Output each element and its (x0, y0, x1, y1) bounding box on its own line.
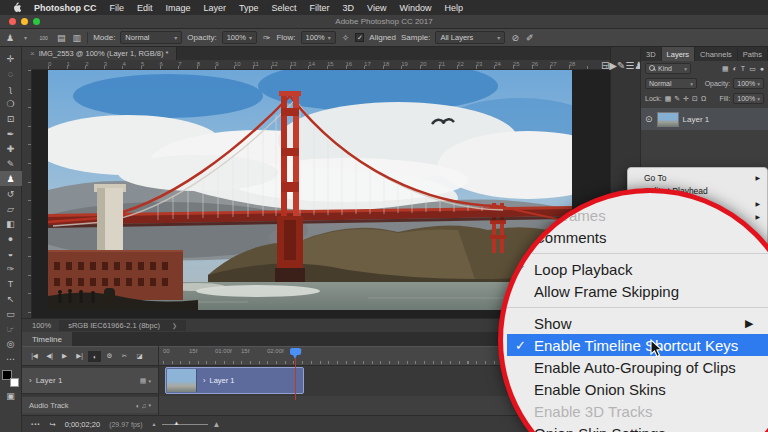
history-brush-tool[interactable]: ↺ (0, 186, 22, 201)
canvas[interactable] (48, 70, 572, 310)
playhead[interactable] (290, 348, 301, 355)
brush-preset-picker[interactable]: 100 (36, 34, 51, 42)
menu-item[interactable]: Select (272, 3, 297, 13)
filter-pixel-layers-icon[interactable]: ▦ (722, 65, 729, 73)
dodge-tool[interactable]: ◒ (0, 246, 22, 261)
menu-item[interactable]: Edit (137, 3, 153, 13)
lock-artboard-icon[interactable]: ⊡ (692, 95, 698, 103)
tool-preset-icon[interactable]: ♟ (5, 33, 15, 43)
context-menu-item[interactable]: ✓ Enable Timeline Shortcut Keys (507, 334, 768, 356)
layer-opacity-select[interactable]: 100%▾ (733, 78, 764, 89)
previous-frame-button[interactable]: ◀| (43, 350, 56, 362)
menu-item[interactable]: View (367, 3, 386, 13)
first-frame-button[interactable]: |◀ (28, 350, 41, 362)
transition-icon[interactable]: ◪ (133, 350, 146, 362)
quick-mask-icon[interactable]: ▣ (6, 391, 15, 401)
menu-item[interactable]: Window (399, 3, 431, 13)
toggle-clone-source-icon[interactable]: ▥ (72, 33, 83, 43)
type-tool[interactable]: T (0, 276, 22, 291)
track-disclosure-icon[interactable]: › (29, 376, 32, 385)
lock-all-icon[interactable]: Ω (701, 95, 706, 103)
close-document-icon[interactable]: × (30, 49, 35, 58)
hand-tool[interactable]: ☞ (0, 321, 22, 336)
panel-tab[interactable]: Layers (662, 47, 696, 61)
audio-mute-icon[interactable]: ◖ (135, 402, 139, 409)
crop-tool[interactable]: ⊡ (0, 111, 22, 126)
layer-row[interactable]: ⊙ Layer 1 (641, 108, 768, 130)
timeline-settings-icon[interactable]: ⚙ (103, 350, 116, 362)
filter-adjustment-layers-icon[interactable]: ◐ (733, 65, 737, 73)
play-button[interactable]: ▶ (58, 350, 71, 362)
minimize-window-icon[interactable] (21, 18, 28, 25)
quick-selection-tool[interactable]: ❍ (0, 96, 22, 111)
flow-select[interactable]: 100%▾ (301, 31, 336, 44)
panel-tab[interactable]: Paths (738, 47, 768, 61)
apple-menu[interactable] (12, 1, 21, 14)
close-window-icon[interactable] (9, 18, 16, 25)
filter-shape-layers-icon[interactable]: ▭ (749, 65, 756, 73)
airbrush-icon[interactable]: ✧ (341, 33, 351, 43)
menu-item[interactable]: Filter (310, 3, 330, 13)
tool-preset-caret[interactable]: ▾ (20, 33, 31, 42)
menu-item[interactable]: Layer (204, 3, 227, 13)
background-color-swatch[interactable] (10, 378, 19, 387)
frame-animation-icon[interactable]: ▪▪▪ (31, 421, 40, 427)
zoom-in-icon[interactable]: ▲ (213, 420, 221, 429)
zoom-slider-thumb[interactable]: ▲ (174, 420, 180, 426)
zoom-level[interactable]: 100% (32, 321, 51, 330)
zoom-out-icon[interactable]: ▲ (152, 421, 157, 427)
context-menu-item[interactable] (507, 302, 768, 312)
blur-tool[interactable]: ● (0, 231, 22, 246)
filter-smart-objects-icon[interactable]: ● (760, 65, 764, 73)
context-menu-item[interactable]: Enable Auto-Grouping of Clips (507, 356, 768, 378)
actions-panel-icon[interactable]: ▶ (609, 60, 617, 71)
next-frame-button[interactable]: ▶| (73, 350, 86, 362)
menu-item[interactable]: 3D (343, 3, 355, 13)
pressure-size-icon[interactable]: ✐ (525, 33, 535, 43)
panel-tab[interactable]: Channels (695, 47, 738, 61)
pressure-opacity-icon[interactable]: ✑ (262, 33, 272, 43)
video-track-header[interactable]: › Layer 1 ▦ ▾ (22, 368, 158, 394)
more-tools[interactable]: ⋯ (0, 351, 22, 366)
lock-position-icon[interactable]: ✛ (683, 95, 689, 103)
pen-tool[interactable]: ✑ (0, 261, 22, 276)
zoom-window-icon[interactable] (33, 18, 40, 25)
menu-item[interactable]: Type (239, 3, 259, 13)
shape-tool[interactable]: ▭ (0, 306, 22, 321)
document-tab[interactable]: × IMG_2553 @ 100% (Layer 1, RGB/8) * (22, 47, 177, 60)
audio-note-icon[interactable]: ♫ (141, 402, 146, 409)
flyout-menu-item[interactable]: Go To ▶ (628, 171, 767, 184)
audio-caret-icon[interactable]: ▾ (148, 402, 151, 408)
filter-type-layers-icon[interactable]: T (741, 65, 745, 73)
ignore-adjustment-layers-icon[interactable]: ⊘ (510, 33, 520, 43)
context-menu-item[interactable]: Enable Onion Skins (507, 378, 768, 400)
healing-brush-tool[interactable]: ✚ (0, 141, 22, 156)
zoom-tool[interactable]: ◎ (0, 336, 22, 351)
context-menu-item[interactable]: Onion Skin Settings... (507, 422, 768, 432)
marquee-tool[interactable]: ◌ (0, 66, 22, 81)
track-caret-icon[interactable]: ▾ (148, 378, 151, 384)
eyedropper-tool[interactable]: ✒ (0, 126, 22, 141)
app-menu[interactable]: Photoshop CC (34, 3, 97, 13)
timeline-tab[interactable]: Timeline (22, 332, 72, 346)
lock-pixels-icon[interactable]: ✎ (674, 95, 680, 103)
menu-item[interactable]: Help (444, 3, 463, 13)
menu-item[interactable]: File (110, 3, 125, 13)
layer-name[interactable]: Layer 1 (683, 115, 710, 124)
menu-item[interactable]: Image (166, 3, 191, 13)
move-tool[interactable]: ✛ (0, 51, 22, 66)
path-selection-tool[interactable]: ↖ (0, 291, 22, 306)
brush-tool[interactable]: ✎ (0, 156, 22, 171)
context-menu-item[interactable]: Allow Frame Skipping (507, 280, 768, 302)
context-menu-item[interactable]: Show ▶ (507, 312, 768, 334)
track-filmstrip-icon[interactable]: ▦ (140, 377, 147, 385)
lock-transparency-icon[interactable]: ▦ (665, 95, 672, 103)
sample-select[interactable]: All Layers▾ (435, 31, 505, 44)
lasso-tool[interactable]: ʅ (0, 81, 22, 96)
opacity-select[interactable]: 100%▾ (222, 31, 257, 44)
mute-audio-button[interactable]: ◖ (88, 351, 101, 362)
context-menu-item[interactable]: ✓ Loop Playback (507, 258, 768, 280)
context-menu-item[interactable]: Comments (507, 226, 768, 248)
layer-thumbnail[interactable] (657, 112, 679, 127)
panel-tab[interactable]: 3D (641, 47, 662, 61)
